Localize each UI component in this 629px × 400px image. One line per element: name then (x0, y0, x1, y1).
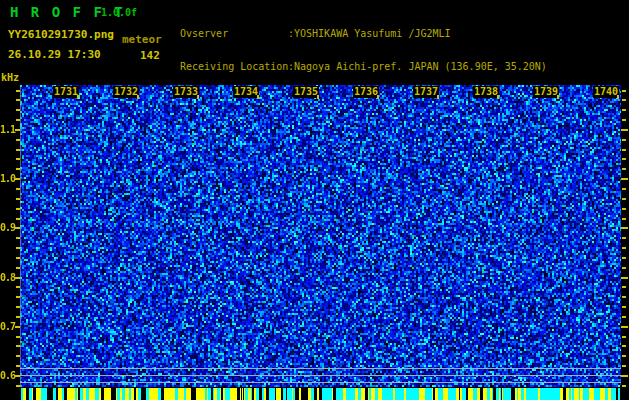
y-minor-tick-right (622, 139, 626, 141)
y-major-tick-right (621, 277, 628, 279)
y-major-tick-right (621, 375, 628, 377)
y-minor-tick-right (622, 316, 626, 318)
y-minor-tick-right (622, 218, 626, 220)
y-minor-tick-right (622, 119, 626, 121)
info-label: Ovserver (180, 28, 288, 39)
output-filename: YY2610291730.png (8, 28, 114, 41)
y-axis-unit: kHz (1, 72, 19, 83)
y-major-tick-right (621, 178, 628, 180)
y-minor-tick-right (622, 385, 626, 387)
echo-count: 142 (140, 49, 160, 62)
y-minor-tick-right (622, 336, 626, 338)
y-axis-label: 0.7 (0, 322, 15, 332)
app-version: 1.0.0f (101, 7, 137, 18)
y-minor-tick-right (622, 365, 626, 367)
y-minor-tick-right (622, 109, 626, 111)
signal-level-strip (21, 388, 621, 400)
y-axis-label: 0.8 (0, 273, 15, 283)
y-minor-tick-right (622, 296, 626, 298)
mode-label: meteor (122, 33, 162, 46)
info-row-observer: Ovserver:YOSHIKAWA Yasufumi /JG2MLI (180, 28, 571, 39)
y-minor-tick-right (622, 149, 626, 151)
y-axis-label: 1.1 (0, 125, 15, 135)
y-minor-tick-right (622, 90, 626, 92)
y-minor-tick-right (622, 257, 626, 259)
y-minor-tick-right (622, 208, 626, 210)
y-minor-tick-right (622, 306, 626, 308)
info-value: :Nagoya Aichi-pref. JAPAN (136.90E, 35.2… (288, 61, 547, 72)
y-minor-tick-right (622, 237, 626, 239)
y-axis-label: 0.6 (0, 371, 15, 381)
y-minor-tick-right (622, 99, 626, 101)
info-row-location: Receiving Location:Nagoya Aichi-pref. JA… (180, 61, 571, 72)
y-minor-tick-right (622, 286, 626, 288)
y-minor-tick-right (622, 198, 626, 200)
y-minor-tick-right (622, 168, 626, 170)
y-axis-label: 0.9 (0, 223, 15, 233)
y-minor-tick-right (622, 158, 626, 160)
hrofft-window: H R O F F T 1.0.0f YY2610291730.png mete… (0, 0, 629, 400)
info-label: Receiving Location (180, 61, 288, 72)
y-minor-tick-right (622, 267, 626, 269)
y-major-tick-right (621, 227, 628, 229)
y-major-tick-right (621, 326, 628, 328)
spectrogram-canvas (20, 85, 621, 387)
y-major-tick-right (621, 129, 628, 131)
y-axis-label: 1.0 (0, 174, 15, 184)
y-minor-tick-right (622, 355, 626, 357)
datetime-label: 26.10.29 17:30 (8, 48, 101, 61)
y-minor-tick-right (622, 345, 626, 347)
y-minor-tick-right (622, 247, 626, 249)
y-minor-tick-right (622, 188, 626, 190)
info-value: :YOSHIKAWA Yasufumi /JG2MLI (288, 28, 451, 39)
